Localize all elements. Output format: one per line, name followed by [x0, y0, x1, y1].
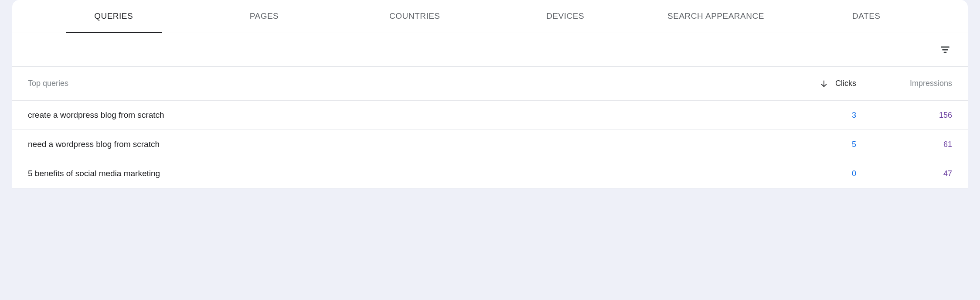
query-cell: 5 benefits of social media marketing — [28, 169, 760, 178]
arrow-down-icon — [820, 79, 828, 88]
clicks-cell: 5 — [760, 140, 856, 149]
svg-rect-0 — [941, 46, 949, 48]
performance-card: QUERIES PAGES COUNTRIES DEVICES SEARCH A… — [12, 0, 968, 188]
tab-dates[interactable]: DATES — [791, 0, 942, 33]
svg-rect-1 — [943, 49, 948, 51]
impressions-cell: 156 — [856, 111, 952, 120]
tab-label: QUERIES — [94, 11, 133, 20]
table-row[interactable]: 5 benefits of social media marketing 0 4… — [12, 159, 968, 188]
tab-label: SEARCH APPEARANCE — [667, 11, 764, 20]
tab-search-appearance[interactable]: SEARCH APPEARANCE — [640, 0, 791, 33]
column-header-impressions[interactable]: Impressions — [856, 79, 952, 88]
impressions-cell: 61 — [856, 140, 952, 149]
tab-label: DATES — [852, 11, 880, 20]
tab-pages[interactable]: PAGES — [189, 0, 339, 33]
impressions-cell: 47 — [856, 169, 952, 178]
filter-icon[interactable] — [938, 43, 952, 57]
tab-devices[interactable]: DEVICES — [490, 0, 640, 33]
column-header-clicks[interactable]: Clicks — [760, 79, 856, 88]
tab-label: DEVICES — [546, 11, 584, 20]
query-cell: create a wordpress blog from scratch — [28, 110, 760, 120]
query-cell: need a wordpress blog from scratch — [28, 140, 760, 149]
table-row[interactable]: create a wordpress blog from scratch 3 1… — [12, 101, 968, 130]
column-header-clicks-label: Clicks — [835, 79, 856, 88]
tab-label: COUNTRIES — [389, 11, 440, 20]
svg-rect-2 — [944, 52, 947, 53]
tab-bar: QUERIES PAGES COUNTRIES DEVICES SEARCH A… — [12, 0, 968, 33]
filter-bar — [12, 33, 968, 67]
table-row[interactable]: need a wordpress blog from scratch 5 61 — [12, 130, 968, 159]
tab-countries[interactable]: COUNTRIES — [340, 0, 490, 33]
clicks-cell: 3 — [760, 111, 856, 120]
column-header-queries[interactable]: Top queries — [28, 79, 760, 88]
clicks-cell: 0 — [760, 169, 856, 178]
tab-label: PAGES — [250, 11, 279, 20]
table-header-row: Top queries Clicks Impressions — [12, 67, 968, 101]
tab-queries[interactable]: QUERIES — [38, 0, 189, 33]
